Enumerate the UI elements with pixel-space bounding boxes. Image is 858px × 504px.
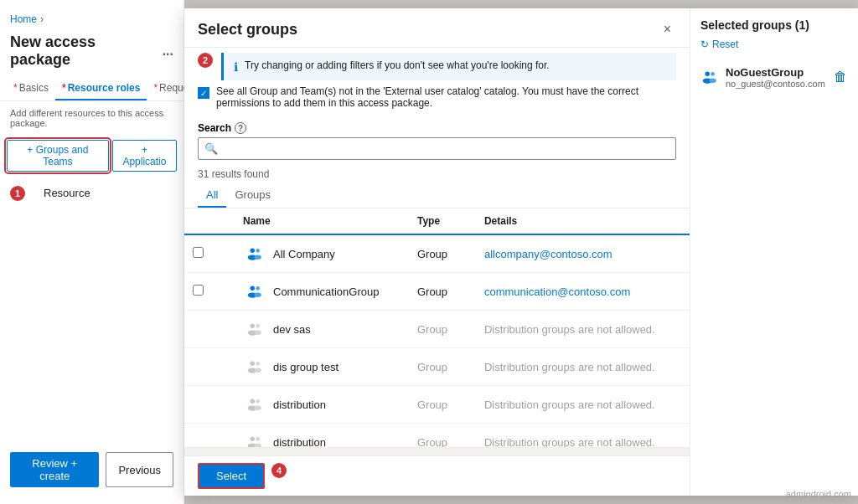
modal-title: Select groups (198, 21, 297, 39)
sidebar-description: Add different resources to this access p… (0, 101, 183, 135)
breadcrumb-home[interactable]: Home (10, 13, 37, 25)
modal-bottom-bar: Select 4 (184, 455, 690, 496)
svg-point-19 (255, 405, 261, 410)
selected-group-icon (700, 65, 719, 89)
selected-item-info: NoGuestGroup no_guest@contoso.com (726, 66, 825, 89)
group-icon (243, 393, 266, 416)
info-banner: ℹ Try changing or adding filters if you … (221, 53, 676, 80)
breadcrumb-chevron: › (40, 13, 44, 25)
page-title: New access package ... (0, 30, 183, 77)
svg-point-3 (255, 255, 261, 260)
col-name[interactable]: Name (235, 208, 409, 234)
watermark: admindroid.com (786, 489, 851, 499)
search-input[interactable] (198, 137, 676, 160)
svg-point-9 (256, 324, 260, 328)
group-icon (243, 430, 266, 447)
svg-point-16 (251, 399, 256, 404)
sidebar: Home › New access package ... Basics Res… (0, 0, 184, 504)
step-badge-4: 4 (271, 463, 287, 478)
breadcrumb[interactable]: Home › (0, 8, 183, 30)
group-icon (243, 355, 266, 378)
filter-tabs: All Groups (184, 183, 690, 208)
svg-point-20 (251, 437, 256, 442)
results-table: Name Type Details (184, 208, 690, 447)
modal-close-button[interactable]: × (659, 20, 676, 39)
sidebar-bottom: Review + create Previous (0, 444, 183, 496)
step-badge-2: 2 (198, 53, 213, 68)
previous-button[interactable]: Previous (106, 452, 173, 487)
selected-item-name: NoGuestGroup (726, 66, 825, 79)
filter-tab-all[interactable]: All (198, 183, 226, 208)
search-help-icon[interactable]: ? (235, 122, 246, 134)
table-row: dev sas Group Distribution groups are no… (184, 311, 690, 348)
modal-header: Select groups × (184, 8, 690, 48)
col-checkbox (184, 208, 235, 234)
review-create-button[interactable]: Review + create (10, 452, 99, 487)
sidebar-tabs: Basics Resource roles Requests Re (0, 77, 183, 101)
svg-point-29 (711, 72, 715, 76)
applications-button[interactable]: + Applicatio (112, 140, 177, 172)
search-label: Search ? (198, 122, 676, 134)
sidebar-action-buttons: + Groups and Teams + Applicatio (0, 135, 183, 177)
table-row[interactable]: CommunicationGroup Group communication@c… (184, 273, 690, 311)
table-row: distribution Group Distribution groups a… (184, 424, 690, 448)
step-badge-1: 1 (10, 186, 25, 201)
results-table-wrap[interactable]: Name Type Details (184, 208, 690, 447)
delete-selected-button[interactable]: 🗑 (832, 68, 849, 86)
row-checkbox[interactable] (193, 285, 204, 296)
modal-left-panel: Select groups × 2 ℹ Try changing or addi… (184, 8, 690, 496)
info-icon: ℹ (234, 60, 238, 74)
group-icon (243, 280, 266, 303)
search-area: Search ? 🔍 (184, 117, 690, 165)
row-checkbox[interactable] (193, 247, 204, 258)
table-row: dis group test Group Distribution groups… (184, 348, 690, 386)
group-icon (243, 317, 266, 341)
svg-point-12 (251, 362, 256, 367)
selected-item-email: no_guest@contoso.com (726, 79, 825, 89)
checkbox-row: See all Group and Team(s) not in the 'Ex… (184, 80, 690, 117)
svg-point-1 (256, 249, 260, 253)
table-row[interactable]: All Company Group allcompany@contoso.com (184, 234, 690, 273)
svg-point-0 (251, 249, 256, 254)
modal-dialog: Select groups × 2 ℹ Try changing or addi… (184, 8, 858, 496)
col-details[interactable]: Details (476, 208, 690, 234)
svg-point-7 (255, 292, 261, 297)
results-count: 31 results found (184, 165, 690, 183)
resource-label: Resource (34, 180, 101, 206)
group-icon (243, 242, 266, 265)
tab-resource-roles[interactable]: Resource roles (55, 77, 147, 100)
svg-point-15 (255, 368, 261, 373)
tab-basics[interactable]: Basics (7, 77, 55, 100)
svg-point-17 (256, 399, 260, 404)
see-all-groups-checkbox[interactable] (198, 87, 209, 99)
filter-tab-groups[interactable]: Groups (226, 183, 279, 208)
modal-backdrop: Select groups × 2 ℹ Try changing or addi… (184, 0, 858, 504)
modal-right-panel: Selected groups (1) ↺ Reset (690, 8, 858, 496)
svg-point-11 (255, 330, 261, 335)
col-type[interactable]: Type (409, 208, 476, 234)
groups-teams-button[interactable]: + Groups and Teams (7, 140, 109, 172)
search-input-wrap: 🔍 (198, 137, 676, 160)
more-options-button[interactable]: ... (163, 44, 173, 59)
svg-point-28 (706, 72, 711, 77)
svg-point-13 (256, 362, 260, 366)
search-icon: 🔍 (204, 142, 218, 155)
svg-point-4 (251, 286, 256, 291)
svg-point-8 (251, 324, 256, 329)
table-row: distribution Group Distribution groups a… (184, 386, 690, 424)
svg-point-5 (256, 286, 260, 291)
svg-point-21 (256, 437, 260, 441)
selected-groups-title: Selected groups (1) (700, 18, 848, 32)
select-button[interactable]: Select (198, 463, 265, 489)
main-content: Select groups × 2 ℹ Try changing or addi… (184, 0, 858, 504)
reset-button[interactable]: ↺ Reset (700, 39, 848, 50)
svg-point-31 (710, 78, 716, 83)
horizontal-scrollbar[interactable] (184, 447, 690, 455)
selected-item: NoGuestGroup no_guest@contoso.com 🗑 (700, 60, 848, 94)
